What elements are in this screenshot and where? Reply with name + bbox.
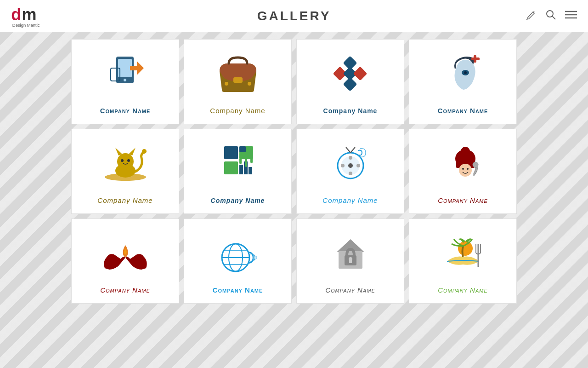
svg-rect-39 — [249, 167, 252, 174]
search-button[interactable] — [544, 8, 558, 24]
gallery-grid-container: Company Name — [0, 32, 588, 310]
svg-marker-29 — [129, 148, 136, 155]
logo-name-7: Company Name — [322, 196, 378, 204]
svg-text:Design Mantic: Design Mantic — [12, 23, 40, 28]
svg-point-27 — [117, 153, 134, 170]
edit-button[interactable] — [525, 8, 538, 24]
svg-point-66 — [458, 241, 473, 256]
svg-point-11 — [124, 79, 126, 81]
svg-line-48 — [351, 147, 355, 153]
svg-text:d: d — [11, 5, 21, 23]
logo-card-2[interactable]: Company Name — [184, 39, 292, 124]
svg-text:m: m — [22, 5, 36, 23]
logo-card-3[interactable]: Company Name — [296, 39, 404, 124]
svg-point-45 — [341, 164, 345, 167]
logo-graphic-8 — [414, 136, 512, 193]
svg-point-4 — [547, 11, 553, 17]
logo-card-12[interactable]: Company Name — [409, 218, 517, 304]
svg-point-44 — [349, 172, 352, 175]
svg-point-32 — [142, 149, 147, 154]
logo-card-1[interactable]: Company Name — [71, 39, 179, 124]
logo-graphic-12 — [414, 226, 512, 282]
logo-graphic-2 — [189, 46, 287, 103]
svg-rect-13 — [233, 77, 243, 83]
svg-rect-36 — [224, 161, 238, 174]
search-icon — [546, 10, 556, 20]
logo-graphic-6 — [189, 136, 287, 193]
pencil-icon — [526, 10, 537, 20]
logo-graphic-7 — [301, 136, 399, 193]
page-title: GALLERY — [257, 9, 331, 23]
logo-card-6[interactable]: Company Name — [184, 129, 292, 214]
logo-graphic-9 — [76, 226, 174, 282]
logo-name-3: Company Name — [323, 107, 378, 115]
svg-point-52 — [462, 168, 464, 170]
svg-point-24 — [464, 71, 467, 74]
hamburger-icon — [565, 10, 577, 20]
logo-card-11[interactable]: Company Name — [296, 218, 404, 304]
logo-name-9: Company Name — [100, 286, 150, 294]
svg-point-53 — [467, 168, 469, 170]
svg-point-30 — [121, 159, 124, 162]
logo-graphic-3 — [301, 46, 399, 104]
header-toolbar — [525, 8, 579, 24]
logo-name-11: Company Name — [325, 286, 375, 294]
logo-name-12: Company Name — [438, 286, 488, 294]
logo-name-1: Company Name — [100, 107, 151, 115]
svg-rect-19 — [353, 66, 367, 80]
logo-card-7[interactable]: Company Name — [296, 129, 404, 214]
svg-point-46 — [356, 164, 360, 167]
logo-graphic-1 — [76, 46, 174, 103]
svg-line-47 — [346, 147, 351, 153]
logo-name-4: Company Name — [438, 107, 488, 115]
svg-point-15 — [248, 82, 251, 86]
dm-logo-icon: d m Design Mantic — [9, 2, 37, 30]
logo-graphic-10 — [189, 226, 287, 282]
svg-point-55 — [473, 162, 478, 167]
svg-rect-35 — [224, 146, 238, 159]
menu-button[interactable] — [563, 8, 579, 24]
logo-name-10: Company Name — [213, 286, 263, 294]
svg-point-42 — [348, 163, 353, 168]
svg-line-5 — [552, 16, 555, 19]
logo-graphic-11 — [301, 226, 399, 282]
logo-card-10[interactable]: Company Name — [184, 218, 292, 304]
logo-card-9[interactable]: Company Name — [71, 218, 179, 304]
svg-point-31 — [127, 159, 130, 162]
svg-rect-22 — [474, 55, 476, 63]
logo-card-4[interactable]: Company Name — [409, 39, 517, 124]
brand-logo[interactable]: d m Design Mantic — [9, 2, 37, 30]
logo-card-5[interactable]: Company Name — [71, 129, 179, 214]
logo-name-5: Company Name — [97, 196, 153, 204]
svg-rect-34 — [239, 146, 246, 152]
svg-marker-28 — [115, 148, 122, 155]
svg-point-14 — [225, 82, 228, 86]
svg-rect-65 — [349, 260, 352, 263]
svg-point-43 — [349, 156, 352, 160]
logo-name-6: Company Name — [211, 197, 265, 204]
logo-name-8: Company Name — [438, 196, 488, 204]
logo-name-2: Company Name — [210, 107, 265, 115]
logo-grid: Company Name — [71, 39, 517, 304]
svg-point-54 — [461, 147, 470, 156]
main-content: Company Name — [0, 32, 588, 368]
logo-graphic-4 — [414, 46, 512, 103]
svg-point-51 — [459, 164, 472, 177]
svg-rect-37 — [239, 165, 243, 174]
logo-card-8[interactable]: Company Name — [409, 129, 517, 214]
svg-rect-20 — [343, 77, 357, 91]
logo-graphic-5 — [76, 136, 174, 193]
